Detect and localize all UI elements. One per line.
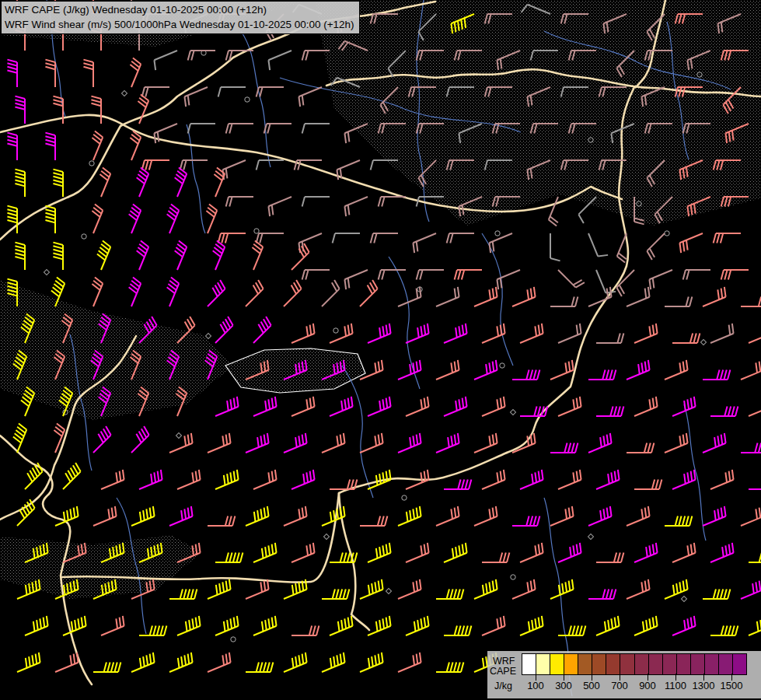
barb-full-tick: [140, 512, 141, 522]
barb-full-tick: [230, 399, 232, 409]
barb-full-tick: [188, 508, 190, 518]
wind-barb: [710, 470, 734, 489]
barb-full-tick: [504, 324, 505, 334]
barb-full-tick: [389, 543, 391, 553]
barb-full-tick: [455, 625, 457, 635]
barb-full-tick: [649, 545, 651, 555]
barb-full-tick: [417, 270, 419, 280]
barb-full-tick: [29, 656, 30, 667]
wind-barb: [253, 470, 277, 489]
barb-full-tick: [295, 656, 297, 667]
barb-full-tick: [305, 653, 307, 663]
barb-full-tick: [504, 397, 505, 407]
wind-barb: [406, 397, 429, 416]
barb-staff: [344, 197, 368, 206]
barb-full-tick: [298, 436, 300, 446]
barb-full-tick: [340, 435, 342, 445]
barb-full-tick: [74, 654, 75, 664]
barb-full-tick: [344, 206, 346, 216]
barb-full-tick: [72, 621, 73, 632]
river: [187, 124, 205, 233]
barb-full-tick: [466, 397, 467, 407]
barb-full-tick: [379, 270, 381, 280]
barb-full-tick: [455, 362, 456, 372]
country-border: [339, 453, 507, 630]
barb-full-tick: [313, 470, 315, 480]
barb-full-tick: [272, 398, 274, 408]
barb-full-tick: [421, 326, 422, 336]
barb-full-tick: [264, 508, 266, 518]
wind-barb: [284, 280, 302, 306]
barb-full-tick: [410, 510, 411, 520]
barb-staff: [253, 626, 277, 635]
barb-full-tick: [531, 581, 532, 591]
barb-full-tick: [347, 479, 350, 489]
barb-full-tick: [376, 475, 378, 485]
wind-barb: [208, 433, 231, 453]
barb-full-tick: [302, 435, 304, 445]
barb-full-tick: [265, 620, 267, 630]
wind-barb: [137, 241, 149, 270]
barb-staff: [665, 443, 688, 453]
barb-full-tick: [310, 544, 312, 555]
weather-map-stage: WRF CAPE (J/kg) Wednesday 01-10-2025 00:…: [0, 0, 761, 700]
barb-full-tick: [683, 241, 685, 251]
barb-full-tick: [489, 362, 490, 373]
barb-full-tick: [456, 547, 457, 557]
barb-full-tick: [184, 436, 186, 446]
barb-full-tick: [188, 51, 190, 61]
wind-barb: [368, 470, 391, 489]
barb-full-tick: [91, 103, 101, 106]
barb-staff: [291, 334, 315, 343]
barb-full-tick: [237, 616, 239, 626]
barb-full-tick: [683, 581, 685, 591]
barb-staff: [710, 553, 734, 562]
barb-full-tick: [614, 552, 616, 562]
wind-barb: [558, 270, 585, 288]
barb-full-tick: [756, 582, 757, 592]
barb-full-tick: [732, 543, 734, 553]
wind-barb: [344, 197, 368, 216]
barb-full-tick: [260, 233, 262, 243]
cape-colorbar: [522, 653, 747, 675]
barb-staff: [634, 626, 658, 635]
barb-full-tick: [85, 616, 86, 626]
barb-staff: [139, 480, 162, 489]
barb-full-tick: [15, 170, 25, 172]
barb-full-tick: [462, 479, 464, 489]
barb-full-tick: [573, 399, 574, 409]
barb-full-tick: [120, 471, 121, 481]
barb-full-tick: [118, 662, 120, 672]
barb-full-tick: [537, 516, 539, 526]
barb-full-tick: [36, 654, 37, 664]
wind-barb: [672, 397, 696, 416]
barb-full-tick: [729, 544, 731, 555]
barb-full-tick: [570, 547, 571, 557]
wind-barb: [714, 233, 741, 243]
barb-full-tick: [372, 656, 373, 667]
barb-staff: [558, 270, 576, 288]
barb-staff: [549, 197, 558, 220]
wind-barb: [177, 470, 201, 489]
barb-full-tick: [292, 585, 294, 595]
barb-full-tick: [450, 589, 452, 599]
wind-barb: [558, 470, 581, 489]
barb-staff: [17, 590, 40, 599]
terrain-stipple: [0, 280, 233, 420]
barb-staff: [253, 407, 277, 416]
barb-staff: [741, 516, 761, 526]
barb-staff: [749, 407, 761, 416]
barb-staff: [436, 443, 459, 453]
wind-barb: [703, 506, 726, 526]
barb-full-tick: [302, 508, 304, 518]
barb-full-tick: [717, 233, 719, 243]
barb-full-tick: [371, 160, 373, 170]
barb-staff: [665, 370, 688, 380]
barb-staff: [649, 270, 672, 279]
barb-full-tick: [227, 401, 229, 411]
barb-full-tick: [237, 397, 239, 407]
barb-staff: [627, 297, 650, 306]
barb-full-tick: [78, 618, 79, 628]
barb-full-tick: [413, 243, 414, 253]
barb-staff: [550, 590, 574, 599]
